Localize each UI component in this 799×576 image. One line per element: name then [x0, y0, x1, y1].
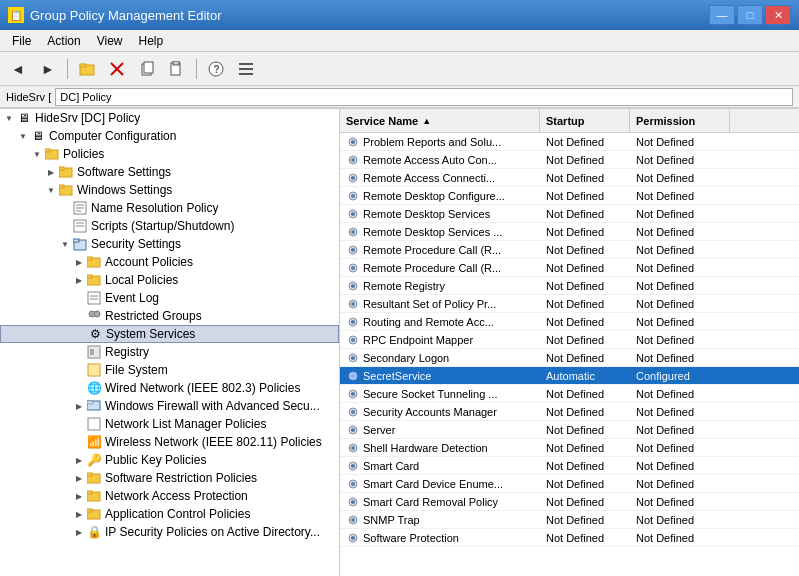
tree-icon-winfirewall — [86, 398, 102, 414]
tree-item-syssvc[interactable]: ⚙ System Services — [0, 325, 339, 343]
list-row[interactable]: Remote Access Connecti...Not DefinedNot … — [340, 169, 799, 187]
maximize-button[interactable]: □ — [737, 5, 763, 25]
list-row[interactable]: Remote Desktop Configure...Not DefinedNo… — [340, 187, 799, 205]
list-row[interactable]: Shell Hardware DetectionNot DefinedNot D… — [340, 439, 799, 457]
tree-label-scripts: Scripts (Startup/Shutdown) — [91, 219, 234, 233]
tree-icon-acctpolicies — [86, 254, 102, 270]
delete-button[interactable] — [103, 56, 131, 82]
tree-item-wirelessnet[interactable]: 📶 Wireless Network (IEEE 802.11) Policie… — [0, 433, 339, 451]
minimize-button[interactable]: — — [709, 5, 735, 25]
list-row[interactable]: Remote Desktop Services ...Not DefinedNo… — [340, 223, 799, 241]
svg-rect-29 — [87, 257, 92, 260]
tree-item-eventlog[interactable]: Event Log — [0, 289, 339, 307]
tree-icon-nameresol — [72, 200, 88, 216]
tree-label-appcontrol: Application Control Policies — [105, 507, 250, 521]
menu-help[interactable]: Help — [131, 32, 172, 50]
list-row[interactable]: Secure Socket Tunneling ...Not DefinedNo… — [340, 385, 799, 403]
tree-arrow-swsettings — [44, 165, 58, 179]
svg-rect-11 — [239, 68, 253, 70]
list-cell-startup: Not Defined — [540, 475, 630, 492]
menu-file[interactable]: File — [4, 32, 39, 50]
list-cell-name-text: Software Protection — [363, 532, 459, 544]
paste-button[interactable] — [163, 56, 191, 82]
menu-action[interactable]: Action — [39, 32, 88, 50]
col-header-startup[interactable]: Startup — [540, 109, 630, 132]
copy-button[interactable] — [133, 56, 161, 82]
forward-button[interactable]: ► — [34, 56, 62, 82]
list-row[interactable]: Remote Desktop ServicesNot DefinedNot De… — [340, 205, 799, 223]
tree-item-netaccess[interactable]: Network Access Protection — [0, 487, 339, 505]
list-cell-name-text: Shell Hardware Detection — [363, 442, 488, 454]
list-header: Service Name ▲ Startup Permission — [340, 109, 799, 133]
address-input[interactable] — [55, 88, 793, 106]
menu-view[interactable]: View — [89, 32, 131, 50]
col-header-name[interactable]: Service Name ▲ — [340, 109, 540, 132]
list-row[interactable]: Smart Card Device Enume...Not DefinedNot… — [340, 475, 799, 493]
list-row[interactable]: Resultant Set of Policy Pr...Not Defined… — [340, 295, 799, 313]
list-row[interactable]: Remote Procedure Call (R...Not DefinedNo… — [340, 259, 799, 277]
list-container[interactable]: Problem Reports and Solu...Not DefinedNo… — [340, 133, 799, 576]
folder-button[interactable] — [73, 56, 101, 82]
tree-label-registry: Registry — [105, 345, 149, 359]
list-row[interactable]: SecretServiceAutomaticConfigured — [340, 367, 799, 385]
tree-item-acctpolicies[interactable]: Account Policies — [0, 253, 339, 271]
list-row[interactable]: Routing and Remote Acc...Not DefinedNot … — [340, 313, 799, 331]
list-cell-permission: Configured — [630, 367, 730, 384]
service-icon — [346, 477, 360, 491]
tree-item-registry[interactable]: Registry — [0, 343, 339, 361]
back-button[interactable]: ◄ — [4, 56, 32, 82]
tree-icon-wirelessnet: 📶 — [86, 434, 102, 450]
list-cell-name-text: Problem Reports and Solu... — [363, 136, 501, 148]
tree-item-ipsec[interactable]: 🔒 IP Security Policies on Active Directo… — [0, 523, 339, 541]
tree-item-localpolicies[interactable]: Local Policies — [0, 271, 339, 289]
tree-item-scripts[interactable]: Scripts (Startup/Shutdown) — [0, 217, 339, 235]
tree-item-nameresol[interactable]: Name Resolution Policy — [0, 199, 339, 217]
tree-item-winsettings[interactable]: Windows Settings — [0, 181, 339, 199]
list-cell-startup: Not Defined — [540, 169, 630, 186]
properties-button[interactable] — [232, 56, 260, 82]
col-header-permission[interactable]: Permission — [630, 109, 730, 132]
list-row[interactable]: Remote Procedure Call (R...Not DefinedNo… — [340, 241, 799, 259]
tree-container[interactable]: 🖥 HideSrv [DC] Policy 🖥 Computer Configu… — [0, 109, 339, 576]
list-row[interactable]: Security Accounts ManagerNot DefinedNot … — [340, 403, 799, 421]
tree-item-policies[interactable]: Policies — [0, 145, 339, 163]
list-row[interactable]: Smart Card Removal PolicyNot DefinedNot … — [340, 493, 799, 511]
list-row[interactable]: Remote Access Auto Con...Not DefinedNot … — [340, 151, 799, 169]
list-row[interactable]: RPC Endpoint MapperNot DefinedNot Define… — [340, 331, 799, 349]
list-row[interactable]: Remote RegistryNot DefinedNot Defined — [340, 277, 799, 295]
svg-rect-1 — [80, 64, 86, 67]
list-row[interactable]: Problem Reports and Solu...Not DefinedNo… — [340, 133, 799, 151]
tree-item-secsettings[interactable]: Security Settings — [0, 235, 339, 253]
list-row[interactable]: Software ProtectionNot DefinedNot Define… — [340, 529, 799, 547]
title-bar-controls: — □ ✕ — [709, 5, 791, 25]
close-button[interactable]: ✕ — [765, 5, 791, 25]
svg-rect-10 — [239, 63, 253, 65]
list-cell-name: Remote Access Connecti... — [340, 169, 540, 186]
tree-item-restgroups[interactable]: Restricted Groups — [0, 307, 339, 325]
tree-item-compconf[interactable]: 🖥 Computer Configuration — [0, 127, 339, 145]
help-button[interactable]: ? — [202, 56, 230, 82]
list-row[interactable]: Smart CardNot DefinedNot Defined — [340, 457, 799, 475]
tree-item-filesystem[interactable]: File System — [0, 361, 339, 379]
tree-item-swsettings[interactable]: Software Settings — [0, 163, 339, 181]
list-row[interactable]: SNMP TrapNot DefinedNot Defined — [340, 511, 799, 529]
tree-arrow-acctpolicies — [72, 255, 86, 269]
list-cell-name-text: Server — [363, 424, 395, 436]
list-cell-permission: Not Defined — [630, 169, 730, 186]
tree-label-policies: Policies — [63, 147, 104, 161]
tree-item-netlistmgr[interactable]: Network List Manager Policies — [0, 415, 339, 433]
menu-bar: File Action View Help — [0, 30, 799, 52]
svg-rect-44 — [87, 473, 92, 476]
tree-item-root[interactable]: 🖥 HideSrv [DC] Policy — [0, 109, 339, 127]
list-cell-name: Remote Registry — [340, 277, 540, 294]
tree-item-swrestrict[interactable]: Software Restriction Policies — [0, 469, 339, 487]
tree-item-wirednet[interactable]: 🌐 Wired Network (IEEE 802.3) Policies — [0, 379, 339, 397]
svg-point-66 — [351, 284, 355, 288]
list-row[interactable]: Secondary LogonNot DefinedNot Defined — [340, 349, 799, 367]
list-row[interactable]: ServerNot DefinedNot Defined — [340, 421, 799, 439]
list-cell-name-text: Remote Procedure Call (R... — [363, 244, 501, 256]
tree-item-appcontrol[interactable]: Application Control Policies — [0, 505, 339, 523]
tree-item-pubkeys[interactable]: 🔑 Public Key Policies — [0, 451, 339, 469]
tree-item-winfirewall[interactable]: Windows Firewall with Advanced Secu... — [0, 397, 339, 415]
svg-point-56 — [351, 194, 355, 198]
